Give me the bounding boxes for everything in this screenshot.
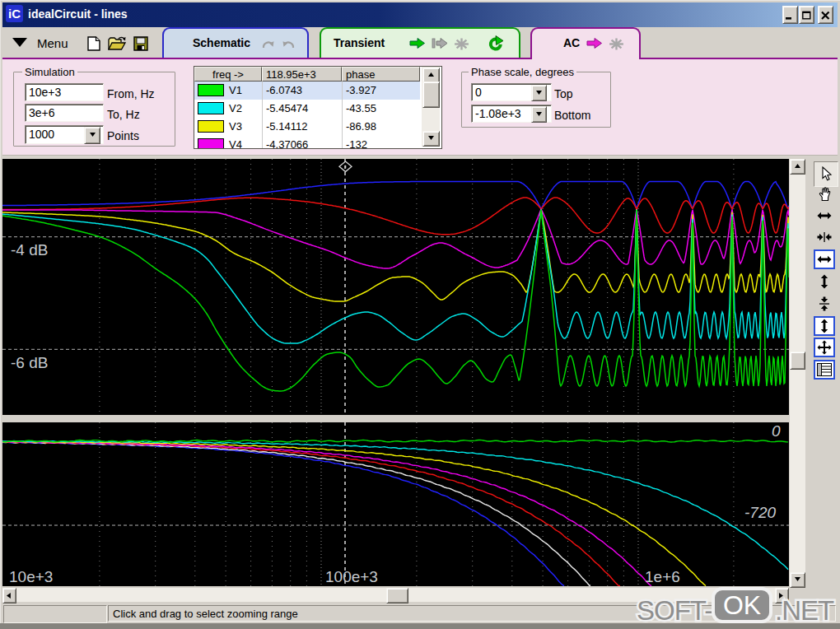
svg-text:-720: -720 xyxy=(744,504,776,521)
svg-text:1e+6: 1e+6 xyxy=(645,568,680,585)
svg-text:0: 0 xyxy=(772,422,781,440)
svg-text:100e+3: 100e+3 xyxy=(325,568,378,585)
svg-text:-6 dB: -6 dB xyxy=(11,354,48,371)
svg-text:-4 dB: -4 dB xyxy=(11,241,48,259)
svg-text:10e+3: 10e+3 xyxy=(9,568,53,585)
